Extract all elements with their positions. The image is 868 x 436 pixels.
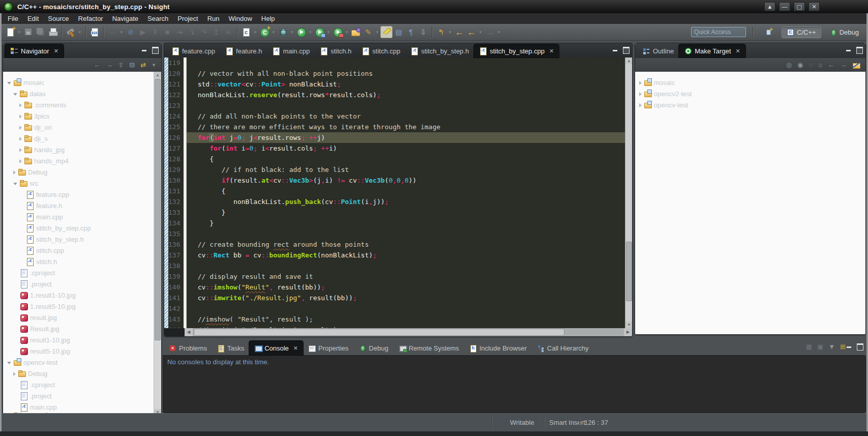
maximize-console-button[interactable] bbox=[857, 343, 863, 349]
home-icon[interactable]: ⌂ bbox=[818, 61, 822, 69]
menu-edit[interactable]: Edit bbox=[23, 14, 43, 23]
tree-item-feature-h[interactable]: feature.h bbox=[3, 200, 154, 211]
tree-item-dji-s[interactable]: dji_s bbox=[3, 133, 154, 144]
code-line[interactable]: // vector with all non-black point posit… bbox=[190, 68, 625, 79]
code-line[interactable]: for(int i=0; i<result.cols; ++i) bbox=[190, 143, 625, 154]
run-configurations-button[interactable] bbox=[313, 26, 325, 38]
tree-item-result-jpg[interactable]: result.jpg bbox=[3, 312, 154, 323]
menu-search[interactable]: Search bbox=[143, 14, 173, 23]
console-tab-console[interactable]: Console✕ bbox=[249, 341, 303, 355]
scrollbar-track[interactable] bbox=[193, 328, 624, 336]
profile-button[interactable] bbox=[332, 26, 344, 38]
debug-dropdown-icon[interactable]: ▼ bbox=[289, 30, 294, 35]
editor-horizontal-scrollbar[interactable]: ◀ ▶ bbox=[164, 328, 632, 336]
toggle-mark-occurrences-button[interactable] bbox=[380, 26, 393, 38]
menu-navigate[interactable]: Navigate bbox=[108, 14, 143, 23]
tree-item-result1-10-jpg[interactable]: result1-10.jpg bbox=[3, 334, 154, 345]
disconnect-button[interactable]: ⇥ bbox=[173, 26, 186, 38]
tree-item-1-result5-10-jpg[interactable]: 1.result5-10.jpg bbox=[3, 301, 154, 312]
tree-item-result-jpg[interactable]: Result.jpg bbox=[3, 323, 154, 334]
menu-refactor[interactable]: Refactor bbox=[74, 14, 108, 23]
editor-tab-feature-h[interactable]: feature.h bbox=[220, 44, 267, 57]
console-menu-icon[interactable]: ▼ bbox=[828, 343, 835, 351]
maximize-editor-button[interactable] bbox=[623, 47, 629, 52]
build-button[interactable] bbox=[65, 26, 77, 38]
close-tab-icon[interactable]: ✕ bbox=[293, 345, 298, 352]
tree-item-debug[interactable]: Debug bbox=[3, 368, 154, 379]
scrollbar-thumb[interactable] bbox=[626, 242, 632, 301]
code-line[interactable]: { bbox=[190, 154, 625, 164]
pin-console-icon[interactable]: ▣ bbox=[817, 343, 823, 351]
code-line[interactable] bbox=[190, 228, 625, 239]
tree-item-datas[interactable]: datas bbox=[3, 88, 154, 99]
import-button[interactable] bbox=[350, 26, 362, 38]
tree-item-1-result1-10-jpg[interactable]: 1.result1-10.jpg bbox=[3, 289, 154, 301]
show-whitespace-button[interactable]: ¶ bbox=[405, 26, 417, 38]
print-button[interactable] bbox=[47, 26, 59, 38]
scrollbar-thumb[interactable] bbox=[194, 329, 564, 336]
minimize-panel-button[interactable] bbox=[846, 47, 852, 52]
show-source-blocks-button[interactable]: ▤ bbox=[393, 26, 405, 38]
breadcrumb-dropdown-icon[interactable]: ▼ bbox=[119, 30, 124, 35]
last-edit-dropdown-icon[interactable]: ▼ bbox=[447, 30, 453, 35]
maximize-panel-button[interactable] bbox=[152, 47, 158, 52]
tree-item-opencv-test[interactable]: opencv-test bbox=[3, 357, 154, 368]
expander-closed-icon[interactable] bbox=[639, 92, 642, 96]
tab-make-target[interactable]: Make Target✕ bbox=[679, 44, 745, 57]
back-icon[interactable]: ← bbox=[828, 61, 834, 69]
code-line[interactable] bbox=[190, 57, 625, 68]
code-line[interactable]: cv::imwrite("./Result.jpg", result(bb)); bbox=[190, 293, 625, 303]
code-line[interactable]: cv::Rect bb = cv::boundingRect(nonBlackL… bbox=[190, 250, 625, 260]
scroll-up-icon[interactable]: ▲ bbox=[625, 57, 632, 64]
resume-button[interactable]: ▶ bbox=[137, 26, 149, 38]
tree-item-src[interactable]: src bbox=[3, 178, 154, 189]
tree-item-mosaic[interactable]: mosaic bbox=[635, 77, 865, 88]
console-tab-call-hierarchy[interactable]: Call Hierarchy bbox=[532, 341, 594, 355]
step-into-button[interactable]: ↴ bbox=[186, 26, 198, 38]
tree-item-hands-mp4[interactable]: hands_mp4 bbox=[3, 155, 154, 166]
tree-item-feature-cpp[interactable]: feature.cpp bbox=[3, 189, 154, 200]
editor-tab-stitch-by-step-h[interactable]: stitch_by_step.h bbox=[405, 44, 474, 57]
expander-closed-icon[interactable] bbox=[639, 103, 642, 107]
scroll-left-icon[interactable]: ◀ bbox=[185, 328, 193, 336]
editor-tab-main-cpp[interactable]: main.cpp bbox=[267, 44, 315, 57]
expander-closed-icon[interactable] bbox=[19, 137, 22, 141]
expander-closed-icon[interactable] bbox=[13, 372, 16, 376]
tree-item-hands-jpg[interactable]: hands_jpg bbox=[3, 144, 154, 155]
back-history-button[interactable]: ← bbox=[453, 26, 465, 38]
forward-button[interactable]: → bbox=[484, 26, 496, 38]
console-tab-debug[interactable]: Debug bbox=[353, 341, 393, 355]
tree-item--project[interactable]: .project bbox=[3, 390, 154, 401]
close-tab-icon[interactable]: ✕ bbox=[736, 48, 740, 54]
code-line[interactable]: //imshow( "Result", result ); bbox=[190, 314, 625, 325]
navigator-scrollbar[interactable]: ▲ ▼ bbox=[154, 72, 161, 416]
menu-source[interactable]: Source bbox=[43, 14, 73, 23]
expander-closed-icon[interactable] bbox=[19, 126, 22, 130]
tree-item-stitch-by-step-h[interactable]: stitch_by_step.h bbox=[3, 234, 154, 245]
code-line[interactable]: { bbox=[190, 186, 625, 196]
editor-vertical-scrollbar[interactable]: ▲ ▼ bbox=[625, 57, 632, 328]
close-navigator-icon[interactable]: ✕ bbox=[54, 48, 58, 54]
step-return-button[interactable]: ↥ bbox=[210, 26, 222, 38]
expander-closed-icon[interactable] bbox=[19, 148, 22, 152]
code-editor[interactable]: // vector with all non-black point posit… bbox=[187, 57, 625, 328]
expander-open-icon[interactable] bbox=[7, 82, 11, 84]
tree-item-main-cpp[interactable]: main.cpp bbox=[3, 211, 154, 222]
console-tab-tasks[interactable]: Tasks bbox=[212, 341, 249, 355]
code-line[interactable]: // add all non-black points to the vecto… bbox=[190, 111, 625, 122]
close-tab-icon[interactable]: ✕ bbox=[549, 48, 554, 54]
view-menu-icon[interactable]: ▼ bbox=[152, 63, 156, 68]
forward-icon[interactable]: → bbox=[106, 61, 112, 69]
open-perspective-button[interactable] bbox=[760, 26, 777, 38]
up-icon[interactable]: ⇧ bbox=[118, 61, 124, 69]
menu-window[interactable]: Window bbox=[224, 14, 257, 23]
tree-item-stitch-by-step-cpp[interactable]: stitch_by_step.cpp bbox=[3, 222, 154, 234]
build-make-target-icon[interactable]: ◌ bbox=[809, 61, 813, 69]
scroll-right-icon[interactable]: ▶ bbox=[624, 328, 632, 336]
tree-item-debug[interactable]: Debug bbox=[3, 166, 154, 178]
tree-item-mosaic[interactable]: mosaic bbox=[3, 77, 154, 88]
run-configurations-dropdown-icon[interactable]: ▼ bbox=[326, 30, 331, 35]
code-line[interactable]: } bbox=[190, 218, 625, 228]
code-line[interactable]: if(result.at<cv::Vec3b>(j,i) != cv::Vec3… bbox=[190, 175, 625, 186]
display-selected-console-icon[interactable]: ▦ bbox=[806, 343, 812, 351]
